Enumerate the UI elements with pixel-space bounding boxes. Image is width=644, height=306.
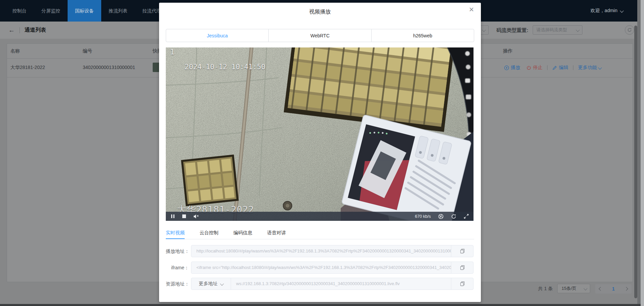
current-page[interactable]: 1 bbox=[612, 286, 615, 292]
page-title: 通道列表 bbox=[25, 27, 46, 34]
close-icon[interactable]: ✕ bbox=[469, 6, 474, 13]
col-actions: 操作 bbox=[503, 48, 513, 54]
play-url-row: 播放地址： http://localhost:18080/#/play/wasm… bbox=[166, 245, 474, 257]
play-circle-icon bbox=[504, 65, 509, 70]
copy-resource-url-button[interactable] bbox=[451, 278, 473, 290]
refresh-button[interactable] bbox=[625, 25, 634, 35]
timestamp-overlay: 2024-10-12 10:41:50 bbox=[185, 63, 265, 71]
tab-live-video[interactable]: 实时视频 bbox=[166, 227, 185, 239]
scrollbar-thumb[interactable] bbox=[634, 26, 637, 298]
ceiling-light-fixture-2 bbox=[181, 155, 239, 206]
tab-h265web[interactable]: h265web bbox=[372, 29, 474, 42]
stream-type-reset-label: 码流类型重置: bbox=[496, 22, 528, 39]
resource-url-input[interactable]: ws://192.168.1.3:7082/rtp/34020000001320… bbox=[231, 278, 451, 290]
user-menu[interactable]: 欢迎，admin bbox=[591, 8, 623, 14]
tab-jessibuca[interactable]: Jessibuca bbox=[166, 29, 269, 42]
iframe-row: iframe： <iframe src="http://localhost:18… bbox=[166, 262, 474, 274]
col-name: 名称 bbox=[10, 48, 20, 54]
more-address-label: 更多地址 bbox=[199, 281, 218, 287]
resource-url-row: 资源地址： 更多地址 ws://192.168.1.3:7082/rtp/340… bbox=[166, 278, 474, 290]
chevron-down-icon bbox=[598, 66, 602, 69]
play-url-label: 播放地址： bbox=[166, 245, 189, 257]
chevron-down-icon bbox=[220, 282, 224, 285]
more-address-select[interactable]: 更多地址 bbox=[191, 278, 231, 290]
stream-type-select[interactable]: 请选择码流类型 bbox=[533, 25, 582, 35]
scrollbar-track bbox=[637, 0, 641, 306]
nav-item-console[interactable]: 控制台 bbox=[5, 0, 34, 22]
pager: 1 bbox=[595, 284, 632, 294]
col-code: 编号 bbox=[83, 48, 92, 54]
copy-icon bbox=[460, 248, 465, 254]
tab-webrtc[interactable]: WebRTC bbox=[269, 29, 371, 42]
window-bottom-edge bbox=[0, 304, 641, 306]
copy-iframe-button[interactable] bbox=[451, 262, 473, 273]
cell-name: 大华28181-2022 bbox=[10, 65, 45, 71]
copy-play-url-button[interactable] bbox=[451, 245, 473, 257]
chevron-down-icon bbox=[620, 9, 623, 12]
nav-item-split-monitor[interactable]: 分屏监控 bbox=[34, 0, 68, 22]
copy-icon bbox=[460, 281, 465, 286]
app-root: 控制台 分屏监控 国标设备 推流列表 拉流代理 欢迎，admin ← 通道列表 … bbox=[0, 0, 644, 306]
more-functions-button[interactable]: 更多功能 bbox=[578, 65, 601, 71]
play-url-input[interactable]: http://localhost:18080/#/play/wasm/ws%3A… bbox=[191, 245, 451, 257]
play-button[interactable]: 播放 bbox=[504, 65, 520, 71]
chevron-down-icon bbox=[576, 28, 579, 32]
back-arrow-icon[interactable]: ← bbox=[8, 27, 15, 33]
player-control-bar: 670 kb/s bbox=[166, 212, 473, 221]
stop-button[interactable]: 停止 bbox=[526, 65, 542, 71]
stop-playback-button[interactable] bbox=[182, 214, 186, 218]
channel-number-overlay: 1 bbox=[170, 48, 175, 56]
video-play-dialog: 视频播放 ✕ Jessibuca WebRTC h265web bbox=[159, 3, 481, 302]
divider bbox=[547, 65, 547, 70]
mute-button[interactable] bbox=[193, 214, 199, 219]
video-player[interactable]: 1 2024-10-12 10:41:50 大华28181-2022 670 k… bbox=[166, 47, 473, 221]
copy-icon bbox=[460, 265, 465, 270]
divider bbox=[20, 27, 20, 33]
power-icon bbox=[526, 65, 531, 70]
bitrate-label: 670 kb/s bbox=[415, 214, 431, 219]
row-actions: 播放 停止 编辑 更多功能 bbox=[504, 58, 601, 77]
welcome-text: 欢迎，admin bbox=[591, 8, 617, 14]
pause-button[interactable] bbox=[171, 214, 175, 218]
divider bbox=[573, 65, 573, 70]
fullscreen-icon[interactable] bbox=[464, 214, 469, 219]
info-tabs: 实时视频 云台控制 编码信息 语音对讲 bbox=[166, 227, 474, 239]
iframe-label: iframe： bbox=[166, 262, 189, 274]
reload-stream-icon[interactable] bbox=[451, 214, 456, 219]
cell-code: 34020000001310000001 bbox=[83, 65, 135, 70]
page-size-select[interactable]: 15条/页 bbox=[557, 284, 590, 293]
stream-type-placeholder: 请选择码流类型 bbox=[536, 27, 567, 33]
player-type-tabs: Jessibuca WebRTC h265web bbox=[166, 29, 474, 42]
total-count: 共 1 条 bbox=[538, 286, 553, 292]
chevron-down-icon bbox=[583, 286, 587, 290]
tab-audio-talk[interactable]: 语音对讲 bbox=[267, 227, 286, 239]
tab-ptz-control[interactable]: 云台控制 bbox=[199, 227, 218, 239]
tab-encoding-info[interactable]: 编码信息 bbox=[233, 227, 252, 239]
next-page-button[interactable] bbox=[625, 287, 628, 290]
screenshot-icon[interactable] bbox=[438, 214, 444, 219]
resource-url-label: 资源地址： bbox=[166, 278, 189, 290]
iframe-code-input[interactable]: <iframe src="http://localhost:18080/#/pl… bbox=[191, 262, 451, 273]
window-scrollbar-track bbox=[641, 0, 644, 306]
edit-pencil-icon bbox=[552, 65, 557, 70]
refresh-icon bbox=[627, 28, 632, 32]
camera-frame bbox=[166, 47, 473, 221]
prev-page-button[interactable] bbox=[599, 287, 602, 290]
nav-item-gb-devices[interactable]: 国标设备 bbox=[68, 0, 101, 22]
nav-item-push-list[interactable]: 推流列表 bbox=[101, 0, 135, 22]
edit-button[interactable]: 编辑 bbox=[552, 65, 568, 71]
page-size-value: 15条/页 bbox=[562, 285, 576, 292]
dialog-title: 视频播放 bbox=[159, 8, 481, 15]
